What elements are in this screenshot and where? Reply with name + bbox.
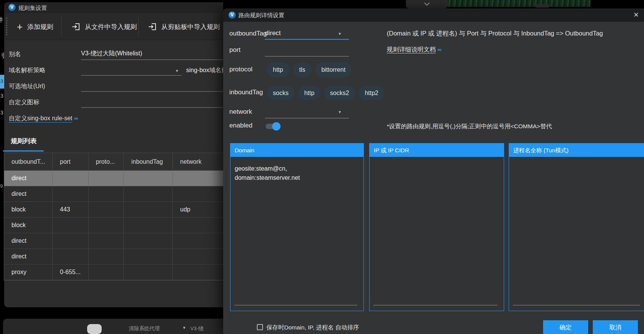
protocol-chip-tls[interactable]: tls [293,62,311,77]
left-fragment: 3 [0,93,3,99]
custom-icon-input[interactable] [81,107,223,108]
import-file-icon [72,23,80,31]
doc-link[interactable]: 规则详细说明文档 ∞ [387,46,441,54]
process-panel-header: 进程名全称 (Tun模式) [509,144,644,157]
left-selected-fragment: 3 [0,75,4,89]
alias-underline [81,60,223,60]
table-row[interactable]: direct [4,249,223,265]
alias-label: 别名 [9,50,21,58]
clear-proxy-fragment: 清除系统代理 [129,325,160,332]
inbound-chip-http[interactable]: http [298,86,321,100]
inbound-chip-socks2[interactable]: socks2 [324,86,355,100]
table-row[interactable]: direct [4,171,223,186]
domain-strategy-hint: sing-box域名解 [186,66,223,74]
plus-icon: + [17,22,23,32]
rule-detail-dialog: V 路由规则详情设置 × outboundTag direct ▼ (Domai… [223,8,644,334]
ruleset-window-title: 规则集设置 [18,5,47,12]
chevron-down-icon[interactable]: ▼ [338,110,342,114]
import-clipboard-icon [148,23,157,31]
ip-panel-header: IP 或 IP CIDR [370,144,504,157]
rule-table-header: outboundT... port proto... inboundTag ne… [4,153,223,171]
tab-active-underline [3,150,44,152]
left-fragment: (9 [0,183,3,189]
desktop-pill [535,4,550,8]
url-label: 可选地址(Url) [9,82,45,90]
background-combo-corner [406,0,448,8]
column-header[interactable]: outboundT... [4,153,53,171]
domain-textarea[interactable]: geosite:steam@cn, domain:steamserver.net [235,164,360,182]
dialog-title: 路由规则详情设置 [238,12,284,19]
scrollbar-thumb[interactable] [87,324,102,334]
inbound-chip-http2[interactable]: http2 [358,86,384,100]
left-fragment: 件 [0,16,3,24]
table-row[interactable]: block [4,218,223,233]
table-row[interactable]: proxy 0-655... [4,265,223,280]
network-label: network [229,108,252,116]
toolbar-divider [61,17,62,37]
dialog-titlebar[interactable] [223,8,644,22]
cancel-button[interactable]: 取消 [593,320,638,334]
chevron-down-icon[interactable]: ▼ [338,32,342,36]
outboundtag-select[interactable]: direct [265,29,281,37]
protocol-chips: http tls bittorrent [267,62,352,77]
import-clipboard-button[interactable]: 从剪贴板中导入规则 [148,20,220,34]
process-panel: 进程名全称 (Tun模式) [509,143,644,311]
toolbar-divider [138,17,139,37]
table-row[interactable]: direct [4,233,223,249]
add-rule-button[interactable]: + 添加规则 [17,20,53,34]
ip-panel: IP 或 IP CIDR [369,143,504,311]
panel-scrollbar[interactable] [513,305,640,305]
domain-strategy-select[interactable] [81,75,182,76]
rule-table: outboundT... port proto... inboundTag ne… [4,153,223,281]
import-file-button[interactable]: 从文件中导入规则 [72,20,137,34]
link-icon: ∞ [74,115,78,121]
domain-panel-header: Domain [230,144,363,157]
url-input[interactable] [81,91,223,92]
inbound-chips: socks http socks2 http2 [267,86,384,100]
toolbar-grip[interactable] [6,18,7,35]
custom-ruleset-link[interactable]: 自定义sing-box rule-set ∞ [9,115,78,123]
auto-sort-checkbox[interactable] [257,324,263,330]
table-row[interactable]: block 443 udp [4,202,223,218]
chevron-down-icon[interactable]: ▼ [175,69,179,73]
enabled-label: enabled [229,122,253,129]
ok-button[interactable]: 确定 [543,320,588,334]
app-logo-icon: V [229,11,236,19]
table-row[interactable]: direct [4,186,223,202]
port-label: port [229,46,240,54]
outboundtag-label: outboundTag [229,30,267,37]
enabled-toggle[interactable] [266,123,281,129]
inbound-chip-socks[interactable]: socks [267,86,295,100]
link-icon: ∞ [437,46,441,53]
column-header[interactable]: proto... [89,153,124,171]
comma-note-text: *设置的路由规则,用逗号(,)分隔;正则中的逗号用<COMMA>替代 [387,123,552,131]
protocol-chip-http[interactable]: http [267,62,289,77]
rule-formula-text: (Domain 或 IP 或 进程名) 与 Port 与 Protocol 与 … [387,29,603,38]
domain-panel: Domain geosite:steam@cn, domain:steamser… [230,143,364,311]
left-fragment: 3 [0,110,3,116]
column-header[interactable]: network [173,153,223,171]
auto-sort-label: 保存时Domain, IP, 进程名 自动排序 [266,324,359,332]
panel-scrollbar[interactable] [234,305,357,305]
desktop-green-texture [447,0,590,7]
column-header[interactable]: inboundTag [124,153,173,171]
chevron-down-icon [424,0,430,6]
close-icon[interactable]: × [634,10,639,20]
protocol-label: protocol [229,66,252,73]
panel-scrollbar[interactable] [373,305,498,305]
network-underline [265,118,349,118]
app-logo-icon: V [8,4,16,11]
screen: 件 刂 3 3 3 (9 V 规则集设置 + 添加规则 从文件中导入规则 从剪贴… [0,0,644,334]
port-underline [265,56,349,56]
toggle-knob [272,122,281,131]
tab-rule-list[interactable]: 规则列表 [11,137,37,145]
domain-strategy-label: 域名解析策略 [9,66,45,74]
column-header[interactable]: port [53,153,89,171]
inboundtag-label: inboundTag [229,89,263,96]
custom-icon-label: 自定义图标 [9,98,39,106]
outboundtag-underline [265,39,349,40]
protocol-chip-bittorrent[interactable]: bittorrent [315,62,352,77]
alias-input[interactable]: V3-绕过大陆(Whitelist) [81,50,142,58]
chevron-down-icon: ▼ [182,326,186,330]
routing-fragment: V3-绕 [190,325,223,332]
